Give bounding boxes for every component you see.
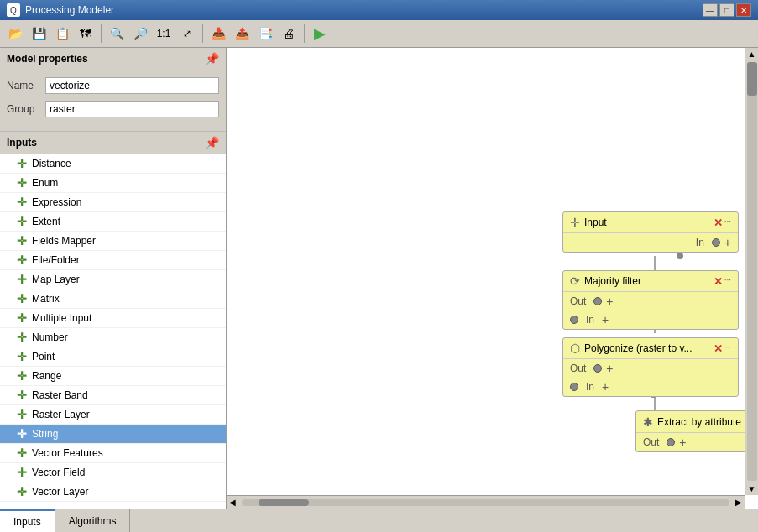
range-plus-icon: ✛ bbox=[17, 369, 27, 383]
polygonize-header: ⬡ Polygonize (raster to v... ✕ ··· bbox=[563, 338, 738, 359]
enum-plus-icon: ✛ bbox=[17, 176, 27, 190]
extract-header: ✱ Extract by attribute ✕ ··· bbox=[636, 411, 758, 433]
save-as-button[interactable]: 📋 bbox=[51, 23, 73, 44]
maximize-button[interactable]: □ bbox=[719, 3, 734, 17]
group-input[interactable] bbox=[45, 101, 219, 117]
input-item-fieldsmapper[interactable]: ✛ Fields Mapper bbox=[0, 232, 226, 251]
majority-filter-menu[interactable]: ··· bbox=[724, 275, 731, 288]
vectorfeatures-plus-icon: ✛ bbox=[17, 446, 27, 460]
input-item-label: Map Layer bbox=[32, 274, 80, 285]
tab-inputs[interactable]: Inputs bbox=[0, 509, 55, 532]
inputs-header: Inputs 📌 bbox=[0, 132, 226, 154]
horizontal-scrollbar[interactable]: ◀ ▶ bbox=[227, 495, 745, 509]
print-button[interactable]: 🖨 bbox=[278, 23, 300, 44]
matrix-plus-icon: ✛ bbox=[17, 292, 27, 305]
toolbar-sep-3 bbox=[304, 24, 305, 43]
scroll-left-arrow[interactable]: ◀ bbox=[227, 498, 238, 507]
input-item-label: Vector Field bbox=[32, 467, 85, 478]
extract-icon: ✱ bbox=[643, 415, 653, 429]
close-button[interactable]: ✕ bbox=[736, 3, 751, 17]
scroll-up-arrow[interactable]: ▲ bbox=[746, 48, 758, 60]
mf-out-plus[interactable]: + bbox=[606, 295, 613, 308]
input-item-vectorfeatures[interactable]: ✛ Vector Features bbox=[0, 444, 226, 463]
input-item-rasterband[interactable]: ✛ Raster Band bbox=[0, 386, 226, 405]
majority-filter-close[interactable]: ✕ bbox=[714, 275, 723, 288]
polygonize-menu[interactable]: ··· bbox=[724, 342, 731, 355]
input-out-dot bbox=[712, 238, 720, 247]
input-item-maplayer[interactable]: ✛ Map Layer bbox=[0, 270, 226, 289]
save-button[interactable]: 💾 bbox=[28, 23, 50, 44]
scroll-thumb[interactable] bbox=[259, 499, 309, 506]
mf-in-dot-left bbox=[570, 316, 578, 324]
minimize-button[interactable]: — bbox=[703, 3, 718, 17]
vertical-scrollbar[interactable]: ▲ ▼ bbox=[745, 48, 758, 495]
input-item-point[interactable]: ✛ Point bbox=[0, 347, 226, 367]
input-item-string[interactable]: ✛ String bbox=[0, 425, 226, 444]
add-output-button[interactable]: 📤 bbox=[231, 23, 253, 44]
export-image-button[interactable]: 🗺 bbox=[75, 23, 97, 44]
extract-out-port: Out + bbox=[636, 433, 758, 451]
fieldsmapper-plus-icon: ✛ bbox=[17, 234, 27, 248]
app-icon: Q bbox=[7, 3, 20, 17]
input-item-distance[interactable]: ✛ Distance bbox=[0, 154, 226, 174]
main-layout: Model properties 📌 Name Group Inputs 📌 ✛ bbox=[0, 48, 758, 509]
input-node-close[interactable]: ✕ bbox=[714, 216, 723, 229]
extract-out-plus[interactable]: + bbox=[679, 436, 686, 449]
majority-filter-icon: ⟳ bbox=[570, 274, 580, 288]
pin-button[interactable]: 📌 bbox=[205, 52, 219, 65]
input-item-rasterlayer[interactable]: ✛ Raster Layer bbox=[0, 405, 226, 425]
input-node-menu[interactable]: ··· bbox=[724, 216, 731, 229]
input-node: ✛ Input ✕ ··· In + bbox=[562, 211, 739, 253]
input-item-enum[interactable]: ✛ Enum bbox=[0, 174, 226, 193]
input-item-label: Multiple Input bbox=[32, 312, 91, 324]
number-plus-icon: ✛ bbox=[17, 331, 27, 344]
poly-out-plus[interactable]: + bbox=[606, 362, 613, 375]
export-pdf-button[interactable]: 📑 bbox=[254, 23, 276, 44]
input-item-filefolder[interactable]: ✛ File/Folder bbox=[0, 251, 226, 270]
polygonize-in-port: In + bbox=[563, 378, 738, 396]
polygonize-close[interactable]: ✕ bbox=[714, 342, 723, 355]
input-item-label: Expression bbox=[32, 196, 81, 208]
add-input-button[interactable]: 📥 bbox=[207, 23, 229, 44]
inputs-pin-button[interactable]: 📌 bbox=[205, 136, 219, 149]
input-item-number[interactable]: ✛ Number bbox=[0, 328, 226, 347]
input-item-label: Extent bbox=[32, 216, 60, 227]
mf-in-plus[interactable]: + bbox=[602, 313, 609, 326]
input-item-label: Raster Layer bbox=[32, 409, 90, 420]
canvas-area[interactable]: ✛ Input ✕ ··· In + bbox=[227, 48, 758, 509]
zoom-in-button[interactable]: 🔍 bbox=[106, 23, 128, 44]
name-input[interactable] bbox=[45, 77, 219, 94]
input-item-matrix[interactable]: ✛ Matrix bbox=[0, 289, 226, 309]
filefolder-plus-icon: ✛ bbox=[17, 253, 27, 267]
inputs-section: Inputs 📌 ✛ Distance ✛ Enum ✛ Expression … bbox=[0, 132, 226, 509]
scroll-right-arrow[interactable]: ▶ bbox=[733, 498, 745, 507]
zoom-actual-button[interactable]: 1:1 bbox=[153, 23, 175, 44]
group-label: Group bbox=[7, 103, 40, 115]
open-button[interactable]: 📂 bbox=[4, 23, 26, 44]
majority-filter-header: ⟳ Majority filter ✕ ··· bbox=[563, 271, 738, 292]
zoom-out-button[interactable]: 🔎 bbox=[129, 23, 151, 44]
vscroll-track[interactable] bbox=[747, 62, 757, 481]
inputs-title: Inputs bbox=[7, 137, 37, 149]
input-item-range[interactable]: ✛ Range bbox=[0, 367, 226, 386]
window-controls: — □ ✕ bbox=[703, 3, 751, 17]
input-item-multipleinput[interactable]: ✛ Multiple Input bbox=[0, 309, 226, 328]
tab-algorithms[interactable]: Algorithms bbox=[55, 509, 131, 532]
model-properties-header: Model properties 📌 bbox=[0, 48, 226, 70]
zoom-fit-button[interactable]: ⤢ bbox=[176, 23, 198, 44]
input-item-label: Range bbox=[32, 370, 61, 382]
input-item-extent[interactable]: ✛ Extent bbox=[0, 212, 226, 232]
input-item-vectorfield[interactable]: ✛ Vector Field bbox=[0, 463, 226, 482]
point-plus-icon: ✛ bbox=[17, 350, 27, 363]
vscroll-thumb[interactable] bbox=[747, 62, 757, 96]
run-button[interactable]: ▶ bbox=[309, 23, 331, 44]
poly-in-plus[interactable]: + bbox=[602, 380, 609, 394]
canvas-inner: ✛ Input ✕ ··· In + bbox=[227, 48, 758, 509]
toolbar: 📂 💾 📋 🗺 🔍 🔎 1:1 ⤢ 📥 📤 📑 🖨 ▶ bbox=[0, 20, 758, 48]
input-plus[interactable]: + bbox=[724, 236, 731, 249]
scroll-track[interactable] bbox=[242, 499, 729, 506]
toolbar-sep-1 bbox=[101, 24, 102, 43]
input-item-expression[interactable]: ✛ Expression bbox=[0, 193, 226, 212]
input-item-vectorlayer[interactable]: ✛ Vector Layer bbox=[0, 482, 226, 502]
scroll-down-arrow[interactable]: ▼ bbox=[746, 482, 758, 495]
